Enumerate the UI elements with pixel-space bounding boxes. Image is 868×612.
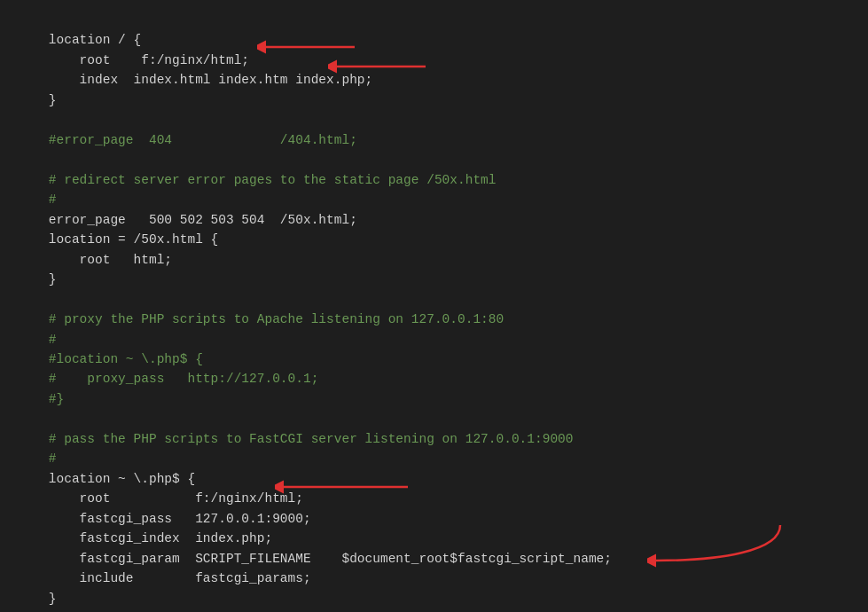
line-26: fastcgi_index index.php; xyxy=(18,531,272,545)
line-22: # xyxy=(18,451,57,466)
line-23: location ~ \.php$ { xyxy=(18,472,195,486)
line-20 xyxy=(18,412,26,426)
line-10: error_page 500 502 503 504 /50x.html; xyxy=(18,213,357,227)
line-17: #location ~ \.php$ { xyxy=(18,352,203,366)
line-18: # proxy_pass http://127.0.0.1; xyxy=(18,372,318,386)
line-6: #error_page 404 /404.html; xyxy=(18,133,357,147)
line-1: location / { xyxy=(18,33,141,47)
line-9: # xyxy=(18,192,57,207)
line-4: } xyxy=(18,93,57,107)
line-2: root f:/nginx/html; xyxy=(18,53,249,67)
line-25: fastcgi_pass 127.0.0.1:9000; xyxy=(18,512,311,526)
line-28: include fastcgi_params; xyxy=(18,571,311,585)
line-19: #} xyxy=(18,392,64,406)
line-5 xyxy=(18,113,26,127)
code-content: location / { root f:/nginx/html; index i… xyxy=(18,11,850,608)
line-14 xyxy=(18,293,26,307)
line-8: # redirect server error pages to the sta… xyxy=(18,173,497,187)
line-21: # pass the PHP scripts to FastCGI server… xyxy=(18,432,574,446)
line-27: fastcgi_param SCRIPT_FILENAME $document_… xyxy=(18,552,612,566)
line-13: } xyxy=(18,272,57,286)
line-3: index index.html index.htm index.php; xyxy=(18,73,372,87)
line-7 xyxy=(18,153,26,167)
line-24: root f:/nginx/html; xyxy=(18,491,303,506)
code-editor: location / { root f:/nginx/html; index i… xyxy=(0,0,868,612)
line-12: root html; xyxy=(18,253,172,267)
line-29: } xyxy=(18,592,57,606)
line-15: # proxy the PHP scripts to Apache listen… xyxy=(18,312,504,326)
line-16: # xyxy=(18,333,57,347)
line-11: location = /50x.html { xyxy=(18,232,218,247)
